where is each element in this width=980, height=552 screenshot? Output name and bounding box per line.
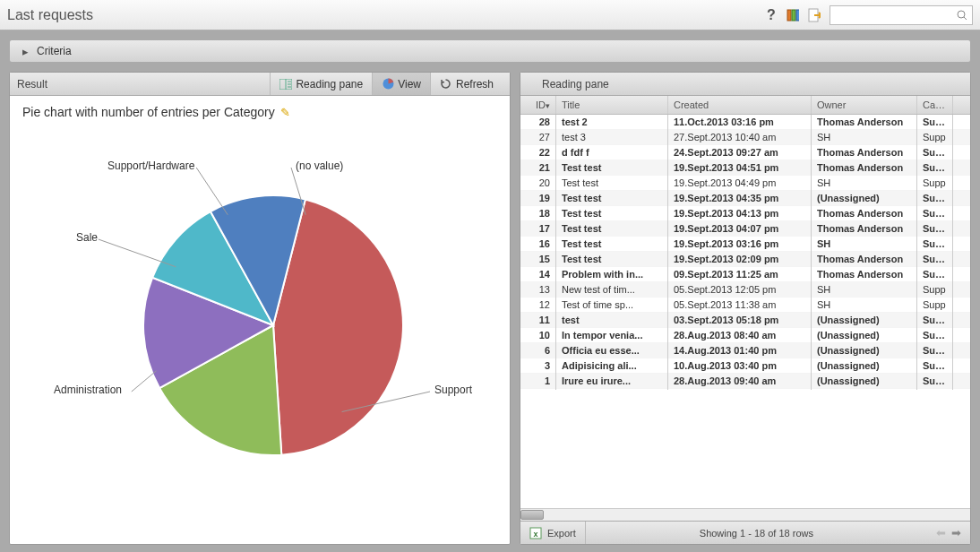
excel-icon: x — [529, 527, 542, 539]
reading-pane-button[interactable]: Reading pane — [270, 73, 372, 95]
svg-rect-1 — [792, 10, 795, 21]
reading-pane: Reading pane ID▾ Title Created Owner Cat… — [520, 72, 971, 545]
chart-title: Pie chart with number of entries per Cat… — [22, 105, 275, 119]
titlebar-actions: ? — [765, 5, 973, 25]
pie-label: (no value) — [296, 160, 343, 172]
sort-desc-icon: ▾ — [546, 101, 550, 110]
result-label: Result — [17, 78, 270, 91]
expand-right-icon: ▸ — [19, 45, 31, 57]
svg-text:x: x — [533, 530, 537, 539]
svg-point-4 — [958, 11, 965, 18]
table-row[interactable]: 1Irure eu irure...28.Aug.2013 09:40 am(U… — [520, 374, 970, 389]
title-bar: Last requests ? — [0, 0, 980, 30]
col-header-id-label: ID — [536, 99, 546, 110]
reading-pane-header: Reading pane — [520, 73, 970, 96]
scrollbar-thumb[interactable] — [520, 510, 544, 520]
refresh-button-label: Refresh — [456, 78, 494, 91]
col-header-created[interactable]: Created — [668, 96, 812, 114]
column-headers: ID▾ Title Created Owner Categ — [520, 96, 970, 115]
cell-id: 1 — [520, 372, 556, 390]
chart-area: Pie chart with number of entries per Cat… — [10, 96, 510, 544]
pie-chart: SupportAdministrationSaleSupport/Hardwar… — [22, 119, 497, 513]
chart-title-row: Pie chart with number of entries per Cat… — [22, 105, 497, 119]
horizontal-scrollbar[interactable] — [520, 508, 970, 521]
search-icon — [956, 9, 968, 22]
col-header-owner[interactable]: Owner — [812, 96, 917, 114]
pie-svg: SupportAdministrationSaleSupport/Hardwar… — [22, 119, 497, 505]
leader-line — [196, 168, 228, 215]
view-button[interactable]: View — [372, 73, 430, 95]
col-header-id[interactable]: ID▾ — [520, 96, 556, 114]
reading-pane-footer: x Export Showing 1 - 18 of 18 rows ⬅ ➡ — [520, 521, 970, 544]
export-label: Export — [547, 528, 576, 539]
refresh-icon — [440, 78, 452, 91]
edit-title-icon[interactable]: ✎ — [280, 107, 290, 118]
view-button-label: View — [398, 78, 421, 91]
search-input[interactable] — [830, 5, 973, 25]
pie-icon — [382, 78, 394, 91]
cell-owner: (Unassigned) — [812, 372, 917, 390]
cell-title: Irure eu irure... — [556, 372, 668, 390]
rows-container: 28test 211.Oct.2013 03:16 pmThomas Ander… — [520, 115, 970, 508]
pie-label: Support/Hardware — [107, 160, 195, 172]
app-root: { "titlebar": { "title": "Last requests"… — [0, 0, 980, 552]
svg-rect-2 — [796, 10, 799, 21]
result-pane-header: Result Reading pane View — [10, 73, 510, 96]
row-status: Showing 1 - 18 of 18 rows — [586, 528, 927, 539]
pie-label: Administration — [54, 384, 122, 396]
leader-line — [132, 371, 157, 392]
cell-category: Supp — [917, 372, 953, 390]
pie-label: Support — [434, 384, 473, 396]
criteria-toggle[interactable]: ▸ Criteria — [10, 40, 81, 62]
cell-created: 28.Aug.2013 09:40 am — [668, 372, 812, 390]
col-header-title[interactable]: Title — [556, 96, 668, 114]
export-shortcut-icon[interactable] — [808, 9, 821, 22]
result-pane: Result Reading pane View — [9, 72, 511, 545]
export-button[interactable]: x Export — [520, 522, 586, 544]
svg-line-5 — [964, 17, 967, 20]
help-icon[interactable]: ? — [765, 9, 778, 22]
column-config-icon[interactable] — [787, 9, 799, 22]
next-page-icon[interactable]: ➡ — [951, 527, 961, 539]
reading-pane-title: Reading pane — [528, 78, 963, 91]
svg-rect-0 — [787, 10, 791, 21]
criteria-bar: ▸ Criteria — [9, 39, 971, 63]
panes-container: Result Reading pane View — [0, 72, 980, 552]
criteria-label: Criteria — [37, 45, 72, 57]
page-nav: ⬅ ➡ — [927, 527, 970, 539]
pie-label: Sale — [76, 231, 98, 244]
refresh-button[interactable]: Refresh — [430, 73, 503, 95]
prev-page-icon[interactable]: ⬅ — [936, 527, 946, 539]
page-title: Last requests — [7, 7, 765, 23]
reading-pane-icon — [279, 78, 292, 91]
col-header-category[interactable]: Categ — [917, 96, 953, 114]
reading-pane-button-label: Reading pane — [296, 78, 363, 91]
